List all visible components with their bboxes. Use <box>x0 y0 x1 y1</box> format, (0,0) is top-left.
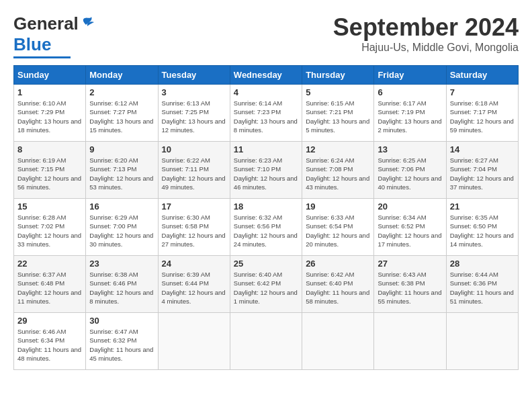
day-detail: Sunrise: 6:42 AM Sunset: 6:40 PM Dayligh… <box>306 270 370 306</box>
daylight-text: Daylight: 11 hours and 45 minutes. <box>89 345 154 363</box>
day-number: 13 <box>378 144 442 154</box>
daylight-text: Daylight: 12 hours and 46 minutes. <box>234 174 298 192</box>
location-text: Hajuu-Us, Middle Govi, Mongolia <box>333 42 519 54</box>
logo: General Blue <box>13 13 95 58</box>
daylight-text: Daylight: 11 hours and 55 minutes. <box>378 288 442 306</box>
sunset-text: Sunset: 7:00 PM <box>89 222 154 230</box>
daylight-text: Daylight: 12 hours and 27 minutes. <box>162 231 226 249</box>
sunrise-text: Sunrise: 6:38 AM <box>89 270 154 279</box>
day-detail: Sunrise: 6:27 AM Sunset: 7:04 PM Dayligh… <box>450 156 515 191</box>
sunrise-text: Sunrise: 6:17 AM <box>378 99 442 107</box>
day-detail: Sunrise: 6:39 AM Sunset: 6:44 PM Dayligh… <box>162 270 226 306</box>
sunrise-text: Sunrise: 6:20 AM <box>89 156 154 165</box>
calendar-day: 5 Sunrise: 6:15 AM Sunset: 7:21 PM Dayli… <box>302 85 374 142</box>
calendar-day: 24 Sunrise: 6:39 AM Sunset: 6:44 PM Dayl… <box>158 256 230 313</box>
month-title: September 2024 <box>333 13 519 42</box>
daylight-text: Daylight: 12 hours and 20 minutes. <box>306 231 370 249</box>
day-detail: Sunrise: 6:32 AM Sunset: 6:56 PM Dayligh… <box>234 213 298 248</box>
calendar-table: SundayMondayTuesdayWednesdayThursdayFrid… <box>13 65 519 370</box>
calendar-day: 10 Sunrise: 6:22 AM Sunset: 7:11 PM Dayl… <box>158 142 230 199</box>
calendar-week-4: 22 Sunrise: 6:37 AM Sunset: 6:48 PM Dayl… <box>14 256 519 313</box>
sunset-text: Sunset: 7:29 PM <box>17 107 82 116</box>
sunrise-text: Sunrise: 6:29 AM <box>89 213 154 222</box>
weekday-header-sunday: Sunday <box>14 66 86 85</box>
day-detail: Sunrise: 6:19 AM Sunset: 7:15 PM Dayligh… <box>17 156 82 191</box>
sunrise-text: Sunrise: 6:13 AM <box>162 99 226 107</box>
sunset-text: Sunset: 6:46 PM <box>89 279 154 287</box>
daylight-text: Daylight: 12 hours and 53 minutes. <box>89 174 154 192</box>
daylight-text: Daylight: 13 hours and 8 minutes. <box>234 117 298 135</box>
day-number: 22 <box>17 259 82 269</box>
sunset-text: Sunset: 6:58 PM <box>162 222 226 230</box>
calendar-day: 29 Sunrise: 6:46 AM Sunset: 6:34 PM Dayl… <box>14 313 86 370</box>
day-detail: Sunrise: 6:28 AM Sunset: 7:02 PM Dayligh… <box>17 213 82 248</box>
calendar-day: 30 Sunrise: 6:47 AM Sunset: 6:32 PM Dayl… <box>86 313 158 370</box>
day-number: 24 <box>162 259 226 269</box>
day-number: 4 <box>234 87 298 97</box>
day-number: 8 <box>17 144 82 154</box>
sunrise-text: Sunrise: 6:33 AM <box>306 213 370 222</box>
daylight-text: Daylight: 13 hours and 2 minutes. <box>378 117 442 135</box>
day-detail: Sunrise: 6:25 AM Sunset: 7:06 PM Dayligh… <box>378 156 442 191</box>
sunrise-text: Sunrise: 6:18 AM <box>450 99 515 107</box>
sunset-text: Sunset: 7:17 PM <box>450 107 515 116</box>
calendar-day: 18 Sunrise: 6:32 AM Sunset: 6:56 PM Dayl… <box>230 199 302 256</box>
day-number: 6 <box>378 87 442 97</box>
calendar-day: 20 Sunrise: 6:34 AM Sunset: 6:52 PM Dayl… <box>374 199 446 256</box>
calendar-day: 13 Sunrise: 6:25 AM Sunset: 7:06 PM Dayl… <box>374 142 446 199</box>
daylight-text: Daylight: 12 hours and 49 minutes. <box>162 174 226 192</box>
logo-blue-text: Blue <box>13 34 51 55</box>
weekday-header-thursday: Thursday <box>302 66 374 85</box>
calendar-day: 19 Sunrise: 6:33 AM Sunset: 6:54 PM Dayl… <box>302 199 374 256</box>
sunset-text: Sunset: 6:52 PM <box>378 222 442 230</box>
sunrise-text: Sunrise: 6:35 AM <box>450 213 515 222</box>
sunset-text: Sunset: 6:32 PM <box>89 336 154 345</box>
sunrise-text: Sunrise: 6:27 AM <box>450 156 515 165</box>
sunrise-text: Sunrise: 6:24 AM <box>306 156 370 165</box>
calendar-day: 9 Sunrise: 6:20 AM Sunset: 7:13 PM Dayli… <box>86 142 158 199</box>
day-number: 2 <box>89 87 154 97</box>
daylight-text: Daylight: 12 hours and 8 minutes. <box>89 288 154 306</box>
day-detail: Sunrise: 6:18 AM Sunset: 7:17 PM Dayligh… <box>450 99 515 134</box>
sunset-text: Sunset: 7:21 PM <box>306 107 370 116</box>
calendar-day: 27 Sunrise: 6:43 AM Sunset: 6:38 PM Dayl… <box>374 256 446 313</box>
sunset-text: Sunset: 7:04 PM <box>450 165 515 173</box>
daylight-text: Daylight: 12 hours and 1 minute. <box>234 288 298 306</box>
title-section: September 2024 Hajuu-Us, Middle Govi, Mo… <box>333 13 519 54</box>
sunset-text: Sunset: 6:36 PM <box>450 279 515 287</box>
daylight-text: Daylight: 12 hours and 40 minutes. <box>378 174 442 192</box>
day-detail: Sunrise: 6:12 AM Sunset: 7:27 PM Dayligh… <box>89 99 154 134</box>
sunset-text: Sunset: 6:56 PM <box>234 222 298 230</box>
daylight-text: Daylight: 12 hours and 56 minutes. <box>17 174 82 192</box>
day-detail: Sunrise: 6:29 AM Sunset: 7:00 PM Dayligh… <box>89 213 154 248</box>
sunrise-text: Sunrise: 6:42 AM <box>306 270 370 279</box>
sunset-text: Sunset: 6:48 PM <box>17 279 82 287</box>
day-detail: Sunrise: 6:14 AM Sunset: 7:23 PM Dayligh… <box>234 99 298 134</box>
calendar-day: 22 Sunrise: 6:37 AM Sunset: 6:48 PM Dayl… <box>14 256 86 313</box>
sunrise-text: Sunrise: 6:39 AM <box>162 270 226 279</box>
page-header: General Blue September 2024 Hajuu-Us, Mi… <box>13 13 519 58</box>
day-number: 27 <box>378 259 442 269</box>
daylight-text: Daylight: 12 hours and 59 minutes. <box>450 117 515 135</box>
sunset-text: Sunset: 7:19 PM <box>378 107 442 116</box>
sunrise-text: Sunrise: 6:37 AM <box>17 270 82 279</box>
sunrise-text: Sunrise: 6:14 AM <box>234 99 298 107</box>
day-number: 18 <box>234 201 298 212</box>
daylight-text: Daylight: 13 hours and 15 minutes. <box>89 117 154 135</box>
sunrise-text: Sunrise: 6:30 AM <box>162 213 226 222</box>
sunrise-text: Sunrise: 6:22 AM <box>162 156 226 165</box>
day-number: 20 <box>378 201 442 212</box>
day-number: 16 <box>89 201 154 212</box>
sunset-text: Sunset: 7:02 PM <box>17 222 82 230</box>
calendar-day: 12 Sunrise: 6:24 AM Sunset: 7:08 PM Dayl… <box>302 142 374 199</box>
day-detail: Sunrise: 6:38 AM Sunset: 6:46 PM Dayligh… <box>89 270 154 306</box>
day-number: 23 <box>89 259 154 269</box>
calendar-week-1: 1 Sunrise: 6:10 AM Sunset: 7:29 PM Dayli… <box>14 85 519 142</box>
calendar-day <box>374 313 446 370</box>
day-detail: Sunrise: 6:34 AM Sunset: 6:52 PM Dayligh… <box>378 213 442 248</box>
calendar-day: 16 Sunrise: 6:29 AM Sunset: 7:00 PM Dayl… <box>86 199 158 256</box>
calendar-day: 8 Sunrise: 6:19 AM Sunset: 7:15 PM Dayli… <box>14 142 86 199</box>
sunset-text: Sunset: 6:44 PM <box>162 279 226 287</box>
sunset-text: Sunset: 7:10 PM <box>234 165 298 173</box>
day-detail: Sunrise: 6:35 AM Sunset: 6:50 PM Dayligh… <box>450 213 515 248</box>
